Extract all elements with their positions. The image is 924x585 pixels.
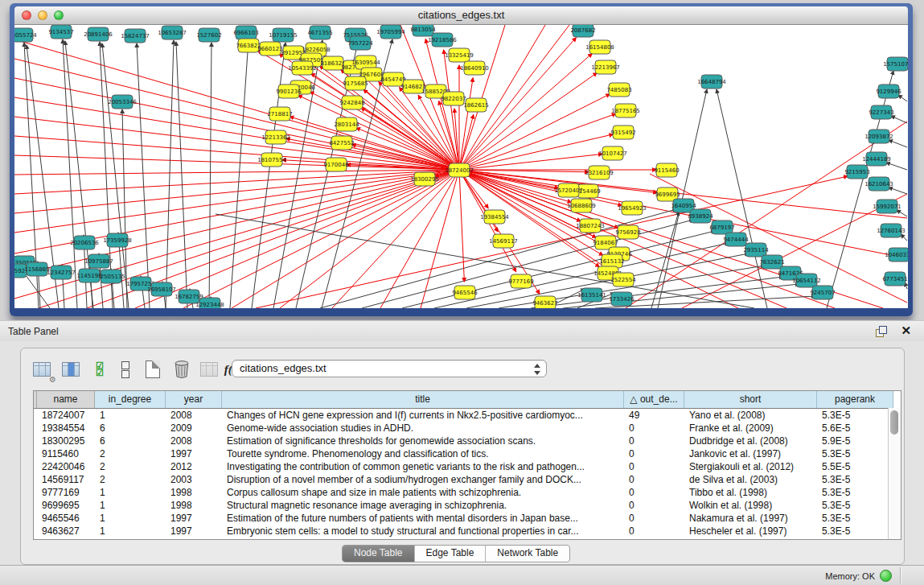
graph-node[interactable]: 1156869 xyxy=(24,262,49,276)
graph-node[interactable]: 9315492 xyxy=(610,126,635,139)
cell-year[interactable]: 1997 xyxy=(166,512,222,525)
graph-node[interactable]: 6966103 xyxy=(233,26,258,39)
graph-node[interactable]: 15992071 xyxy=(873,200,901,213)
cell-name[interactable]: 14569117 xyxy=(37,473,95,486)
create-table-icon[interactable] xyxy=(142,358,164,381)
graph-node[interactable]: 2087682 xyxy=(570,25,595,37)
cell-year[interactable]: 2003 xyxy=(166,473,222,486)
graph-node[interactable]: 19218586 xyxy=(428,33,457,47)
cell-year[interactable]: 1998 xyxy=(166,499,222,512)
table-row[interactable]: 1830029562008Estimation of significance … xyxy=(34,435,901,447)
cell-out_de[interactable]: 0 xyxy=(624,447,684,460)
tab-edge-table[interactable]: Edge Table xyxy=(415,546,487,562)
graph-node[interactable]: 9474444 xyxy=(723,233,749,246)
cell-name[interactable]: 18300295 xyxy=(37,435,95,447)
graph-node[interactable]: 18300295 xyxy=(410,172,439,186)
cell-short[interactable]: Jankovic et al. (1997) xyxy=(684,447,817,460)
graph-node[interactable]: 2935114 xyxy=(743,243,769,257)
cell-out_de[interactable]: 0 xyxy=(624,512,684,525)
cell-out_de[interactable]: 0 xyxy=(624,435,684,447)
table-row[interactable]: 977716911998Corpus callosum shape and si… xyxy=(34,486,901,499)
cell-pagerank[interactable]: 5.3E-5 xyxy=(817,409,893,422)
graph-node[interactable]: 10653287 xyxy=(158,26,187,39)
close-panel-icon[interactable]: ✕ xyxy=(901,323,911,338)
table-row[interactable]: 969969511998Structural magnetic resonanc… xyxy=(34,499,901,512)
cell-year[interactable]: 1997 xyxy=(166,525,222,538)
table-row[interactable]: 946554611997Estimation of the future num… xyxy=(34,512,901,525)
cell-in_degree[interactable]: 2 xyxy=(95,447,166,460)
graph-node[interactable]: 8427552 xyxy=(329,136,354,150)
graph-node[interactable]: 2522554 xyxy=(610,273,636,286)
graph-node[interactable]: 19654923 xyxy=(618,201,647,215)
graph-node[interactable]: 12923448 xyxy=(195,298,224,308)
cell-pagerank[interactable]: 5.3E-5 xyxy=(817,473,893,486)
graph-node[interactable]: 12093872 xyxy=(864,130,893,143)
cell-in_degree[interactable]: 6 xyxy=(95,422,166,435)
graph-node[interactable]: 16648794 xyxy=(697,75,726,89)
graph-node[interactable]: 19705994 xyxy=(376,25,405,39)
graph-node[interactable]: 15824737 xyxy=(121,29,150,43)
graph-node[interactable]: 9245707 xyxy=(810,286,835,299)
cell-year[interactable]: 2008 xyxy=(166,435,222,447)
column-header-year[interactable]: year xyxy=(166,391,222,408)
cell-title[interactable]: Genome-wide association studies in ADHD. xyxy=(222,422,624,435)
cell-title[interactable]: Investigating the contribution of common… xyxy=(222,460,624,473)
cell-name[interactable]: 9699695 xyxy=(37,499,95,512)
tab-network-table[interactable]: Network Table xyxy=(486,546,569,562)
graph-node[interactable]: 9215953 xyxy=(844,165,869,179)
graph-node[interactable]: 12342757 xyxy=(47,266,76,279)
table-row[interactable]: 946362711997Embryonic stem cells: a mode… xyxy=(34,525,901,538)
graph-node[interactable]: 12444189 xyxy=(862,152,891,166)
graph-node[interactable]: 16135141 xyxy=(577,288,606,302)
graph-node[interactable]: 1862615 xyxy=(463,98,488,112)
graph-node[interactable]: 16210643 xyxy=(864,177,893,191)
graph-node[interactable]: 6879197 xyxy=(709,220,734,234)
graph-node[interactable]: 10975887 xyxy=(84,254,113,268)
cell-pagerank[interactable]: 5.9E-5 xyxy=(817,435,893,447)
table-settings-icon[interactable]: ⚙ xyxy=(31,358,53,381)
cell-name[interactable]: 9465546 xyxy=(37,512,95,525)
cell-short[interactable]: Tibbo et al. (1998) xyxy=(684,486,817,499)
cell-in_degree[interactable]: 1 xyxy=(95,486,166,499)
graph-node[interactable]: 2718817 xyxy=(267,107,292,121)
graph-node[interactable]: 14055724 xyxy=(14,28,37,42)
cell-name[interactable]: 18724007 xyxy=(37,409,95,422)
cell-in_degree[interactable]: 1 xyxy=(95,499,166,512)
graph-node[interactable]: 10688609 xyxy=(567,199,596,212)
table-row[interactable]: 1456911722003Disruption of a novel membe… xyxy=(34,473,901,486)
cell-pagerank[interactable]: 5.6E-5 xyxy=(817,422,893,435)
window-titlebar[interactable]: citations_edges.txt xyxy=(14,6,908,25)
table-row[interactable]: 2242004622012Investigating the contribut… xyxy=(34,460,901,473)
graph-node[interactable]: 1615132 xyxy=(599,254,624,268)
graph-node[interactable]: 10654112 xyxy=(792,274,821,287)
graph-node[interactable]: 12213362 xyxy=(261,130,290,144)
graph-node[interactable]: 12213967 xyxy=(591,60,620,74)
table-select-dropdown[interactable]: citations_edges.txt xyxy=(232,360,547,377)
cell-short[interactable]: Hescheler et al. (1997) xyxy=(684,525,817,538)
cell-name[interactable]: 9463627 xyxy=(37,525,95,538)
graph-node[interactable]: 10107427 xyxy=(598,146,627,160)
cell-name[interactable]: 22420046 xyxy=(37,460,95,473)
cell-year[interactable]: 2009 xyxy=(166,422,222,435)
cell-name[interactable]: 19384554 xyxy=(37,422,95,435)
column-header-title[interactable]: title xyxy=(222,391,624,408)
cell-short[interactable]: de Silva et al. (2003) xyxy=(684,473,817,486)
graph-node[interactable]: 9115460 xyxy=(654,163,679,177)
graph-node[interactable]: 9175685 xyxy=(343,76,368,90)
cell-out_de[interactable]: 0 xyxy=(624,499,684,512)
graph-node[interactable]: 15720407 xyxy=(554,183,583,197)
cell-title[interactable]: Structural magnetic resonance image aver… xyxy=(222,499,624,512)
cell-name[interactable]: 9115460 xyxy=(37,447,95,460)
cell-title[interactable]: Estimation of the future numbers of pati… xyxy=(222,512,624,525)
cell-in_degree[interactable]: 1 xyxy=(95,512,166,525)
graph-node[interactable]: 13325419 xyxy=(445,48,474,62)
table-scrollbar[interactable] xyxy=(888,408,901,539)
graph-node[interactable]: 9242848 xyxy=(339,96,364,109)
cell-short[interactable]: Wolkin et al. (1998) xyxy=(684,499,817,512)
column-header-short[interactable]: short xyxy=(684,391,817,408)
column-header-in_degree[interactable]: in_degree xyxy=(95,391,166,408)
table-row[interactable]: 1938455462009Genome-wide association stu… xyxy=(34,422,901,435)
cell-out_de[interactable]: 0 xyxy=(624,422,684,435)
graph-node[interactable]: 7485083 xyxy=(606,83,631,97)
memory-indicator[interactable]: Memory: OK xyxy=(825,570,892,582)
